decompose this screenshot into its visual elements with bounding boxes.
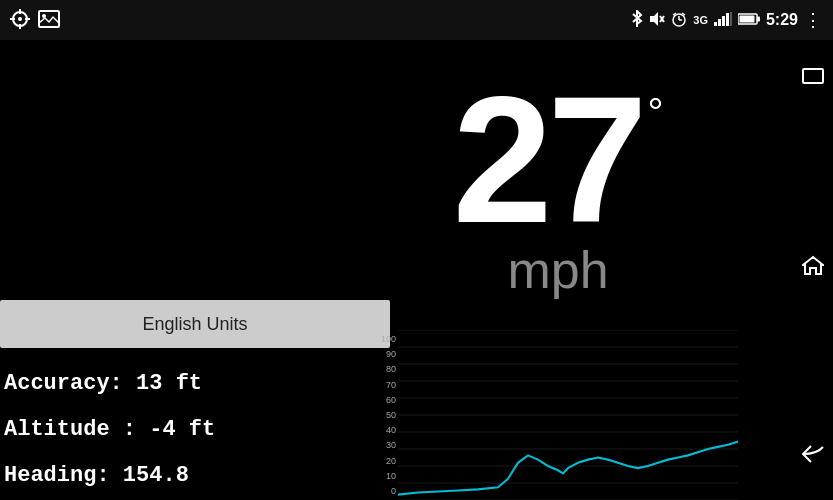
- altitude-label: Altitude : -4 ft: [4, 417, 215, 442]
- y-label-60: 60: [368, 395, 396, 405]
- battery-icon: [738, 12, 760, 28]
- y-label-10: 10: [368, 471, 396, 481]
- speed-section: 27 ° mph: [383, 70, 733, 300]
- y-label-80: 80: [368, 364, 396, 374]
- status-time: 5:29: [766, 11, 798, 29]
- speed-unit: mph: [507, 240, 608, 300]
- gallery-icon: [38, 10, 60, 31]
- svg-rect-24: [739, 16, 754, 23]
- home-icon[interactable]: [797, 249, 829, 281]
- svg-rect-23: [757, 17, 760, 22]
- signal-bars-icon: [714, 12, 732, 29]
- status-left-icons: [10, 9, 60, 32]
- gps-icon: [10, 9, 30, 32]
- mute-icon: [649, 11, 665, 30]
- side-navigation: [793, 40, 833, 500]
- y-label-50: 50: [368, 410, 396, 420]
- svg-rect-18: [718, 19, 721, 26]
- y-axis: 100 90 80 70 60 50 40 30 20 10 0: [368, 330, 396, 500]
- data-fields: Accuracy: 13 ft Altitude : -4 ft Heading…: [0, 360, 390, 498]
- status-right-icons: 3G 5:29 ⋮: [631, 9, 823, 31]
- svg-rect-20: [726, 13, 729, 26]
- y-label-30: 30: [368, 440, 396, 450]
- svg-rect-21: [730, 12, 732, 26]
- altitude-row: Altitude : -4 ft: [0, 406, 390, 452]
- main-content: 27 ° mph English Units Accuracy: 13 ft A…: [0, 40, 793, 500]
- left-panel: English Units Accuracy: 13 ft Altitude :…: [0, 40, 400, 500]
- y-label-20: 20: [368, 456, 396, 466]
- svg-point-1: [18, 17, 22, 21]
- heading-row: Heading: 154.8: [0, 452, 390, 498]
- alarm-icon: [671, 11, 687, 30]
- more-options-icon[interactable]: ⋮: [804, 9, 823, 31]
- svg-marker-9: [650, 12, 658, 26]
- svg-rect-17: [714, 22, 717, 26]
- status-bar: 3G 5:29 ⋮: [0, 0, 833, 40]
- fullscreen-icon[interactable]: [797, 60, 829, 92]
- bluetooth-icon: [631, 10, 643, 31]
- y-label-100: 100: [368, 334, 396, 344]
- y-label-40: 40: [368, 425, 396, 435]
- chart-container: 100 90 80 70 60 50 40 30 20 10 0: [368, 330, 738, 500]
- units-button-label: English Units: [142, 314, 247, 335]
- accuracy-label: Accuracy: 13 ft: [4, 371, 202, 396]
- units-button[interactable]: English Units: [0, 300, 390, 348]
- degree-symbol: °: [648, 90, 664, 135]
- speed-value: 27: [452, 70, 642, 250]
- accuracy-row: Accuracy: 13 ft: [0, 360, 390, 406]
- y-label-90: 90: [368, 349, 396, 359]
- y-label-70: 70: [368, 380, 396, 390]
- heading-label: Heading: 154.8: [4, 463, 189, 488]
- svg-rect-25: [803, 69, 823, 83]
- svg-rect-19: [722, 16, 725, 26]
- y-label-0: 0: [368, 486, 396, 496]
- speed-chart: [398, 330, 738, 500]
- signal-3g-icon: 3G: [693, 14, 708, 26]
- back-icon[interactable]: [797, 438, 829, 470]
- svg-marker-26: [803, 257, 823, 274]
